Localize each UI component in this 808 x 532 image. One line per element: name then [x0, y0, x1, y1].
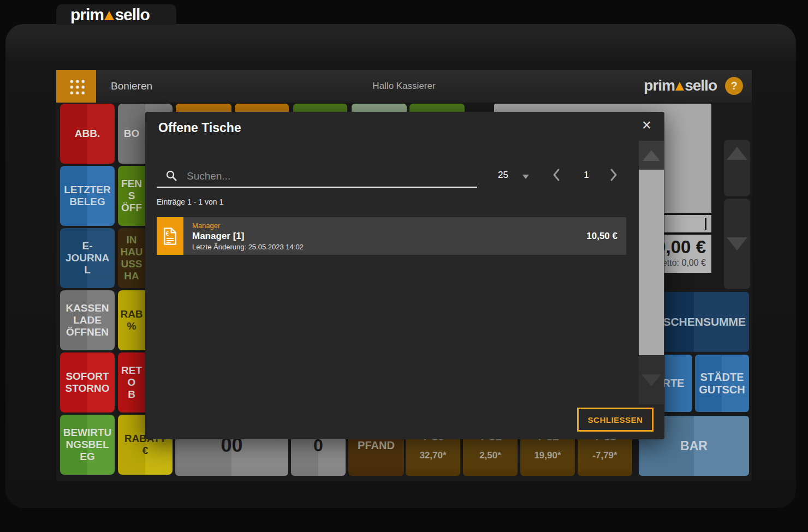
chevron-down-icon[interactable] [522, 175, 529, 179]
label-line: IN [127, 234, 137, 246]
item-amount: 10,50 € [586, 231, 626, 242]
search-underline [157, 187, 477, 188]
button-label: BO [118, 104, 145, 164]
list-item-text: Manager Manager [1] Letzte Änderung: 25.… [183, 217, 304, 255]
triangle-down-icon [727, 237, 747, 250]
label-line: BO [124, 128, 140, 140]
header-brand-logo: primsello [644, 77, 717, 94]
item-category: Manager [192, 222, 304, 230]
brand-tab: primsello [56, 4, 176, 25]
function-button-kassenlade-oeffnen[interactable]: KASSENLADE ÖFFNEN [60, 290, 115, 350]
search-input[interactable] [186, 168, 439, 185]
logo-triangle-icon [104, 11, 114, 20]
table-amount: 32,70* [419, 450, 446, 461]
item-last-change: Letzte Änderung: 25.05.2023 14:02 [192, 243, 304, 251]
page-size-select[interactable]: 25 [498, 170, 508, 181]
receipt-euro-icon: € [157, 217, 183, 255]
label-line: ÖFF [121, 202, 142, 214]
brand-logo-suffix: sello [115, 5, 149, 24]
table-amount: 2,50* [479, 450, 501, 461]
label-line: % [127, 320, 136, 332]
function-button-letzter-beleg[interactable]: LETZTER BELEG [60, 166, 115, 226]
svg-text:€: € [166, 230, 169, 236]
label-line: USS [121, 258, 142, 270]
city-voucher-button[interactable]: STÄDTE GUTSCH [695, 355, 749, 412]
current-page-number: 1 [580, 170, 593, 181]
label-line: € [121, 445, 170, 457]
screen: primsello Bonieren Hallo Kassierer prims… [0, 0, 808, 532]
button-label: LETZTER BELEG [63, 184, 112, 208]
item-name: Manager [1] [192, 231, 304, 242]
triangle-up-icon [643, 150, 660, 161]
label-line: FENS [118, 178, 145, 202]
function-button-abbruch[interactable]: ABB. [60, 104, 115, 164]
modal-close-icon[interactable]: × [642, 117, 651, 133]
label-line: RETO [118, 364, 145, 388]
schliessen-button[interactable]: SCHLIESSEN [577, 408, 653, 432]
app-header: Bonieren Hallo Kassierer primsello ? [56, 70, 752, 103]
open-tables-modal: Offene Tische × 25 1 Einträge 1 - 1 von … [145, 112, 664, 439]
help-button[interactable]: ? [725, 77, 743, 95]
receipt-scroll-up-button[interactable] [724, 140, 750, 196]
label-line: HAU [120, 246, 142, 258]
triangle-up-icon [727, 147, 747, 160]
text-cursor [705, 218, 706, 230]
user-greeting: Hallo Kassierer [372, 70, 435, 103]
table-amount: -7,79* [592, 450, 617, 461]
grid-menu-icon [68, 78, 85, 94]
menu-button[interactable] [56, 70, 96, 103]
button-label: ABB. [63, 128, 112, 140]
entries-summary: Einträge 1 - 1 von 1 [157, 198, 223, 206]
label-line: B [128, 388, 135, 401]
table-amount: 19,90* [534, 450, 561, 461]
brand-logo: primsello [644, 77, 717, 94]
modal-scrollbar-thumb[interactable] [639, 170, 664, 355]
logo-triangle-icon [675, 82, 684, 91]
open-table-list-item[interactable]: € Manager Manager [1] Letzte Änderung: 2… [157, 217, 626, 255]
button-label: RETOB [118, 352, 145, 413]
label-line: HA [124, 270, 139, 282]
function-button-sofort-storno[interactable]: SOFORT STORNO [60, 352, 115, 413]
next-page-button[interactable] [609, 168, 619, 184]
label-line: RAB [120, 308, 142, 320]
button-label: E-JOURNAL [63, 240, 112, 276]
function-button-bewirtungsbeleg[interactable]: BEWIRTUNGSBELEG [60, 415, 115, 475]
button-label: PFAND [358, 439, 395, 452]
button-label: FENSÖFF [118, 166, 145, 226]
modal-title: Offene Tische [158, 121, 241, 135]
brand-logo-prefix: prim [70, 5, 104, 24]
modal-scroll-down-button[interactable] [639, 356, 664, 404]
button-label: SOFORT STORNO [63, 370, 112, 394]
previous-page-button[interactable] [551, 168, 561, 184]
brand-logo: primsello [70, 5, 150, 24]
page-title: Bonieren [111, 70, 152, 103]
receipt-scroll-down-button[interactable] [724, 199, 750, 289]
triangle-down-icon [641, 374, 661, 386]
button-label: INHAUUSSHA [118, 228, 145, 288]
function-button-e-journal[interactable]: E-JOURNAL [60, 228, 115, 288]
button-label: RAB% [118, 290, 145, 350]
brand-logo-suffix: sello [685, 77, 717, 94]
modal-scroll-up-button[interactable] [639, 141, 664, 170]
button-label: BEWIRTUNGSBELEG [63, 427, 112, 463]
button-label: BAR [680, 439, 708, 453]
brand-logo-prefix: prim [644, 77, 675, 94]
search-icon [165, 170, 177, 184]
button-label: KASSENLADE ÖFFNEN [63, 302, 112, 338]
button-label: STÄDTE GUTSCH [698, 371, 746, 396]
